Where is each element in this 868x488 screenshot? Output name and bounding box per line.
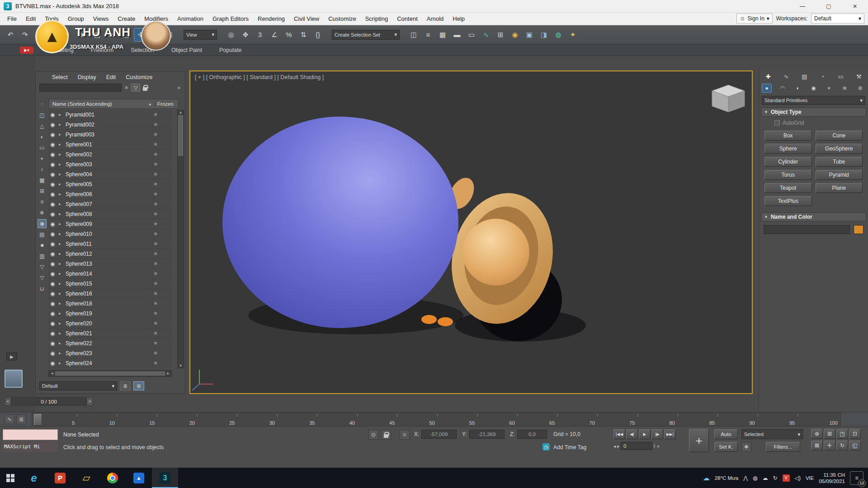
- object-type-button[interactable]: Cone: [816, 131, 863, 141]
- unlink-selection-icon[interactable]: ⊘: [47, 28, 61, 42]
- menu-item[interactable]: Animation: [173, 13, 208, 24]
- category-space-warps[interactable]: ≋: [840, 84, 849, 93]
- menu-item[interactable]: Civil View: [289, 13, 324, 24]
- visibility-eye-icon[interactable]: ◉: [50, 340, 58, 347]
- object-type-button[interactable]: Cylinder: [764, 157, 812, 167]
- object-type-button[interactable]: TextPlus: [764, 196, 812, 206]
- object-type-button[interactable]: Box: [764, 131, 812, 141]
- ribbon-tab[interactable]: Selection: [131, 47, 154, 53]
- action-center-icon[interactable]: ≡ 12: [850, 471, 863, 485]
- tray-network-icon[interactable]: ◍: [753, 475, 757, 481]
- viewport[interactable]: [ + ] [ Orthographic ] [ Standard ] [ De…: [189, 70, 753, 394]
- tab-utilities[interactable]: ⚒: [853, 71, 865, 81]
- explorer-search-input[interactable]: [39, 84, 122, 92]
- object-type-button[interactable]: Plane: [816, 183, 863, 193]
- visibility-eye-icon[interactable]: ◉: [50, 281, 58, 287]
- toolbar-overflow-chevron[interactable]: »: [177, 84, 182, 91]
- zoom-region-icon[interactable]: ⊠: [811, 441, 823, 450]
- align-icon[interactable]: ≡: [421, 28, 435, 42]
- explorer-object-row[interactable]: ◉ ● Sphere012 ❄: [48, 249, 172, 259]
- object-name-input[interactable]: [764, 225, 850, 234]
- filter-all-icon[interactable]: ◌: [38, 100, 47, 109]
- clock[interactable]: 11:35 CH 05/09/2021: [819, 472, 845, 484]
- auto-key-button[interactable]: Auto: [714, 429, 738, 439]
- taskbar-explorer-icon[interactable]: ▱: [73, 468, 99, 488]
- category-geometry[interactable]: ●: [762, 84, 772, 93]
- menu-item[interactable]: Create: [113, 13, 140, 24]
- tray-cloud-icon[interactable]: ☁: [763, 475, 768, 481]
- frozen-state-icon[interactable]: ❄: [154, 202, 172, 206]
- tray-sync-icon[interactable]: ↻: [773, 475, 778, 481]
- taskbar-chrome-icon[interactable]: [99, 468, 126, 488]
- select-link-icon[interactable]: ∞: [33, 28, 46, 42]
- add-time-tag[interactable]: Add Time Tag: [553, 444, 586, 450]
- menu-item[interactable]: Tools: [40, 13, 63, 24]
- frozen-state-icon[interactable]: ❄: [154, 351, 172, 356]
- filters-button[interactable]: Filters...: [766, 442, 800, 452]
- spin-down-icon[interactable]: ▾: [654, 446, 655, 448]
- toggle-ribbon-icon[interactable]: ▭: [465, 28, 478, 42]
- lock-icon[interactable]: [143, 87, 147, 91]
- select-and-move-icon[interactable]: ✛: [134, 28, 147, 42]
- visibility-eye-icon[interactable]: ◉: [50, 360, 58, 366]
- visibility-eye-icon[interactable]: ◉: [50, 181, 58, 188]
- ribbon-tab[interactable]: Object Paint: [171, 47, 202, 53]
- menu-item[interactable]: Group: [63, 13, 89, 24]
- visibility-eye-icon[interactable]: ◉: [50, 300, 58, 307]
- select-and-scale-icon[interactable]: ◲: [163, 28, 176, 42]
- current-frame-field[interactable]: 0: [621, 442, 652, 450]
- filter-helpers-icon[interactable]: ⌖: [38, 154, 47, 163]
- nudge-frame-left-icon[interactable]: ◂: [613, 444, 616, 449]
- object-type-button[interactable]: GeoSphere: [816, 144, 863, 154]
- frozen-state-icon[interactable]: ❄: [154, 182, 172, 187]
- x-coordinate-field[interactable]: -57,009: [421, 430, 457, 439]
- expand-panel-button[interactable]: ▶: [6, 352, 17, 361]
- bind-to-space-warp-icon[interactable]: ≀: [61, 28, 75, 42]
- toggle-scene-explorer-icon[interactable]: ▦: [436, 28, 449, 42]
- object-color-swatch[interactable]: [854, 225, 863, 234]
- select-object-icon[interactable]: ➤: [76, 28, 90, 42]
- explorer-object-row[interactable]: ◉ ● Sphere008 ❄: [48, 209, 172, 219]
- frozen-state-icon[interactable]: ❄: [154, 251, 172, 256]
- frozen-state-icon[interactable]: ❄: [154, 311, 172, 316]
- zoom-icon[interactable]: ⊕: [811, 429, 823, 439]
- explorer-object-row[interactable]: ◉ ● Sphere019 ❄: [48, 309, 172, 319]
- viewport-label[interactable]: [ + ] [ Orthographic ] [ Standard ] [ De…: [195, 74, 324, 80]
- pan-icon[interactable]: ✛: [824, 441, 835, 450]
- select-and-manipulate-icon[interactable]: ✥: [239, 28, 252, 42]
- explorer-object-row[interactable]: ◉ ● Sphere021 ❄: [48, 328, 172, 338]
- autogrid-checkbox[interactable]: [774, 120, 780, 126]
- tray-volume-icon[interactable]: ◁): [795, 475, 801, 481]
- visibility-eye-icon[interactable]: ◉: [50, 151, 58, 158]
- snaps-toggle-icon[interactable]: 3: [253, 28, 267, 42]
- tab-display[interactable]: ▭: [835, 71, 847, 81]
- selected-key-filter-dropdown[interactable]: Selected▾: [741, 429, 803, 439]
- frozen-state-icon[interactable]: ❄: [154, 162, 172, 167]
- frozen-state-icon[interactable]: ❄: [154, 221, 172, 226]
- key-mode-toggle-icon[interactable]: ∘: [656, 443, 660, 450]
- visibility-eye-icon[interactable]: ◉: [50, 291, 58, 297]
- tab-modify[interactable]: ∿: [780, 71, 792, 81]
- rectangular-selection-region-icon[interactable]: ▭: [105, 28, 118, 42]
- zoom-all-icon[interactable]: ⊞: [824, 429, 835, 439]
- rendered-frame-window-icon[interactable]: ◨: [537, 28, 551, 42]
- tab-motion[interactable]: ◔: [817, 71, 829, 81]
- tray-caret-icon[interactable]: ⋀: [743, 475, 748, 481]
- absolute-offset-toggle[interactable]: ⌗: [400, 430, 410, 440]
- filter-bones-icon[interactable]: ≡: [38, 197, 47, 206]
- explorer-menu-item[interactable]: Customize: [126, 74, 152, 80]
- search-filter-icon[interactable]: ▽: [131, 84, 140, 92]
- menu-item[interactable]: Content: [392, 13, 422, 24]
- frozen-state-icon[interactable]: ❄: [154, 331, 172, 336]
- frozen-state-icon[interactable]: ❄: [154, 231, 172, 236]
- primitive-category-dropdown[interactable]: Standard Primitives ▾: [762, 96, 865, 105]
- explorer-object-row[interactable]: ◉ ● Sphere020 ❄: [48, 319, 172, 328]
- ribbon-tab[interactable]: Freeform: [91, 47, 114, 53]
- start-button[interactable]: [0, 468, 21, 488]
- maximize-button[interactable]: ▢: [816, 0, 842, 13]
- explorer-object-row[interactable]: ◉ ● Sphere015 ❄: [48, 279, 172, 289]
- explorer-object-row[interactable]: ◉ ● Sphere024 ❄: [48, 358, 172, 368]
- frozen-state-icon[interactable]: ❄: [154, 281, 172, 286]
- filter-container-icon[interactable]: ⊔: [38, 284, 47, 293]
- visibility-eye-icon[interactable]: ◉: [50, 350, 58, 357]
